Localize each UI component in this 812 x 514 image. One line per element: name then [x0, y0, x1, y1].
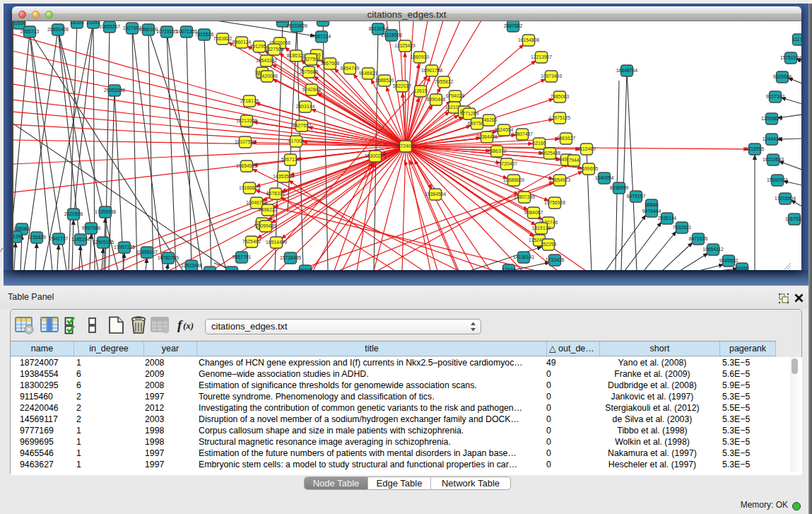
svg-text:10654112: 10654112: [702, 247, 724, 252]
svg-text:10671355: 10671355: [176, 29, 197, 34]
svg-text:8678332: 8678332: [266, 191, 286, 196]
svg-text:12213369: 12213369: [236, 118, 257, 123]
svg-text:10107552: 10107552: [235, 139, 256, 144]
svg-text:17334: 17334: [502, 267, 516, 270]
svg-text:14353594: 14353594: [273, 174, 294, 179]
svg-text:2935114: 2935114: [658, 216, 676, 221]
svg-text:2020656: 2020656: [64, 211, 83, 216]
svg-text:5822037: 5822037: [393, 83, 412, 88]
svg-text:f: f: [177, 317, 183, 332]
svg-text:7515526: 7515526: [195, 32, 214, 37]
svg-text:17359938: 17359938: [95, 209, 116, 214]
svg-text:7485063: 7485063: [551, 94, 570, 99]
svg-text:15300275: 15300275: [365, 153, 386, 158]
svg-text:18393: 18393: [71, 21, 84, 25]
svg-text:16543382: 16543382: [256, 58, 277, 63]
svg-text:9146821: 9146821: [359, 71, 378, 76]
svg-text:1815132: 1815132: [532, 226, 551, 230]
svg-text:8454749: 8454749: [341, 66, 360, 71]
svg-text:1145194: 1145194: [71, 237, 90, 242]
svg-text:12093822: 12093822: [761, 116, 782, 121]
svg-text:17957225: 17957225: [114, 245, 135, 250]
svg-text:16033809: 16033809: [286, 23, 307, 28]
svg-text:9474444: 9474444: [642, 209, 661, 214]
svg-text:16154808: 16154808: [518, 37, 539, 42]
svg-text:10688609: 10688609: [503, 177, 524, 182]
svg-text:8813054: 8813054: [369, 26, 388, 31]
svg-text:7955812: 7955812: [435, 79, 454, 84]
svg-text:7625402: 7625402: [242, 239, 261, 244]
svg-text:22420046: 22420046: [257, 74, 278, 78]
svg-text:62160: 62160: [533, 141, 546, 146]
svg-text:(x): (x): [183, 320, 194, 331]
svg-text:11174: 11174: [792, 37, 801, 42]
svg-text:12505135: 12505135: [93, 240, 114, 245]
svg-text:7386372: 7386372: [488, 148, 507, 153]
svg-text:11325419: 11325419: [394, 43, 416, 48]
svg-text:21051: 21051: [87, 21, 100, 25]
svg-text:10807487: 10807487: [512, 132, 533, 136]
svg-text:16210643: 16210643: [763, 157, 784, 162]
svg-text:10973493: 10973493: [541, 74, 562, 78]
svg-text:15692971: 15692971: [767, 177, 788, 182]
svg-text:3624554: 3624554: [495, 127, 514, 132]
svg-text:9463627: 9463627: [557, 136, 576, 141]
svg-text:9327508: 9327508: [302, 57, 321, 62]
svg-text:2687682: 2687682: [504, 23, 523, 28]
svg-text:10025488: 10025488: [539, 151, 560, 156]
svg-text:20556: 20556: [13, 21, 26, 25]
svg-text:417004: 417004: [288, 139, 305, 144]
svg-text:9329966: 9329966: [773, 74, 792, 79]
svg-text:19756928: 19756928: [544, 200, 565, 205]
svg-text:746266: 746266: [481, 117, 498, 122]
svg-text:16782759: 16782759: [158, 255, 179, 260]
svg-text:16914479: 16914479: [266, 240, 287, 245]
svg-text:9327506: 9327506: [265, 47, 284, 52]
svg-text:10099489: 10099489: [255, 223, 276, 228]
svg-text:8427552: 8427552: [293, 123, 312, 128]
svg-text:7944: 7944: [568, 158, 579, 163]
svg-text:8960124: 8960124: [233, 40, 252, 45]
svg-text:5267130: 5267130: [281, 157, 300, 162]
svg-text:1860910: 1860910: [411, 54, 430, 59]
svg-text:18724007: 18724007: [395, 144, 416, 148]
svg-text:8471676: 8471676: [689, 236, 708, 241]
svg-text:1156829: 1156829: [28, 235, 46, 240]
svg-text:9997586: 9997586: [82, 226, 101, 230]
svg-text:8990448: 8990448: [427, 97, 446, 102]
svg-text:6479197: 6479197: [627, 194, 646, 199]
svg-text:9771269: 9771269: [460, 111, 479, 116]
svg-text:985779: 985779: [224, 269, 240, 270]
svg-text:19654925: 19654925: [236, 163, 257, 168]
svg-text:10719155: 10719155: [156, 29, 177, 34]
svg-text:835061: 835061: [14, 226, 30, 231]
svg-text:10958107: 10958107: [136, 250, 158, 255]
svg-text:7632621: 7632621: [673, 225, 692, 230]
svg-text:19166825: 19166825: [239, 185, 260, 190]
svg-text:20364436: 20364436: [476, 134, 498, 139]
svg-text:1733426: 1733426: [546, 257, 565, 262]
svg-text:7357224: 7357224: [312, 34, 331, 39]
svg-text:2718176: 2718176: [240, 98, 259, 103]
svg-text:3115: 3115: [318, 21, 329, 23]
svg-text:16648764: 16648764: [616, 68, 637, 73]
svg-text:12923448: 12923448: [181, 263, 202, 268]
svg-text:7663822: 7663822: [213, 36, 233, 41]
svg-text:2942737: 2942737: [49, 236, 69, 241]
svg-text:9857791: 9857791: [233, 255, 252, 259]
svg-text:8938999: 8938999: [610, 185, 629, 190]
svg-text:10655267: 10655267: [99, 24, 120, 29]
svg-text:971244: 971244: [202, 269, 218, 270]
svg-text:391391: 391391: [13, 234, 24, 239]
svg-text:92450: 92450: [736, 266, 749, 270]
svg-text:9084067: 9084067: [524, 210, 543, 215]
svg-text:8215955: 8215955: [746, 146, 765, 151]
svg-text:252254: 252254: [541, 242, 557, 247]
svg-text:19218506: 19218506: [381, 33, 402, 37]
svg-text:15716485: 15716485: [280, 255, 301, 260]
svg-text:29053346: 29053346: [104, 88, 125, 93]
svg-text:12615: 12615: [414, 88, 428, 93]
svg-text:18807249: 18807249: [514, 194, 535, 199]
svg-text:20691406: 20691406: [47, 27, 69, 32]
svg-text:9227342: 9227342: [766, 94, 785, 99]
